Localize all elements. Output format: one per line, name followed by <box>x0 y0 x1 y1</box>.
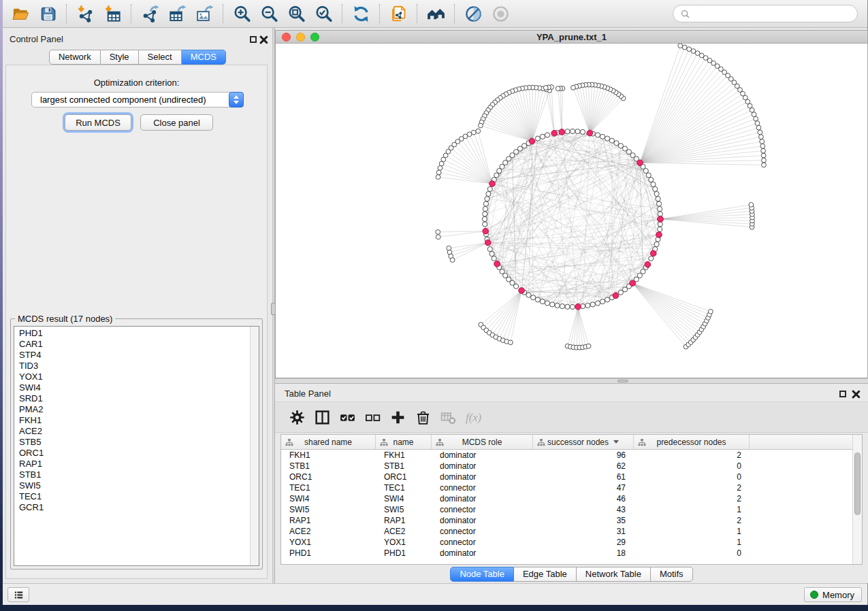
export-image-button[interactable] <box>191 1 218 26</box>
optimization-criterion-select[interactable]: largest connected component (undirected) <box>31 92 244 108</box>
mcds-result-item[interactable]: SWI5 <box>14 480 249 491</box>
cell[interactable]: 47 <box>533 482 634 493</box>
network-graph[interactable] <box>276 44 867 377</box>
mcds-result-item[interactable]: CAR1 <box>14 339 249 350</box>
save-button[interactable] <box>34 1 61 26</box>
mcds-result-item[interactable]: GCR1 <box>14 502 249 513</box>
table-row[interactable]: YOX1YOX1connector291 <box>281 537 852 548</box>
table-mode-button[interactable] <box>285 404 310 430</box>
cell[interactable]: ACE2 <box>281 526 376 537</box>
column-header-successor-nodes[interactable]: successor nodes <box>533 435 634 449</box>
cell[interactable]: SWI5 <box>376 504 432 515</box>
table-row[interactable]: PHD1PHD1dominator180 <box>281 548 852 559</box>
new-network-from-selection-button[interactable] <box>385 1 412 26</box>
cell[interactable]: ACE2 <box>376 526 432 537</box>
maximize-window-icon[interactable] <box>310 33 319 42</box>
cell[interactable]: FKH1 <box>281 450 376 461</box>
cell[interactable]: 96 <box>533 450 634 461</box>
delete-columns-button[interactable] <box>411 404 436 430</box>
mcds-result-item[interactable]: PMA2 <box>14 404 249 415</box>
cell[interactable]: 61 <box>533 472 634 482</box>
network-view[interactable] <box>275 44 868 378</box>
cell[interactable]: dominator <box>432 450 533 461</box>
cell[interactable]: FKH1 <box>376 450 432 461</box>
memory-button[interactable]: Memory <box>804 587 862 602</box>
cell[interactable]: connector <box>432 504 533 515</box>
scrollbar-thumb[interactable] <box>854 452 861 515</box>
mcds-result-item[interactable]: SWI4 <box>14 382 249 393</box>
cell[interactable]: connector <box>432 526 533 537</box>
cell[interactable]: 31 <box>533 526 634 537</box>
mcds-result-item[interactable]: TEC1 <box>14 491 249 502</box>
cell[interactable]: 35 <box>533 515 634 526</box>
mcds-result-item[interactable]: YOX1 <box>14 371 249 382</box>
tab-edge-table[interactable]: Edge Table <box>514 567 577 582</box>
cell[interactable]: 0 <box>634 472 750 482</box>
float-panel-icon[interactable] <box>839 391 846 397</box>
cell[interactable]: dominator <box>432 493 533 504</box>
search-input[interactable] <box>694 9 850 19</box>
table-scrollbar[interactable] <box>852 435 862 564</box>
cell[interactable]: 1 <box>634 526 750 537</box>
cell[interactable]: SWI4 <box>281 493 376 504</box>
minimize-window-icon[interactable] <box>296 33 305 42</box>
cell[interactable]: ORC1 <box>376 472 432 482</box>
run-mcds-button[interactable]: Run MCDS <box>65 114 131 131</box>
hide-selected-button[interactable] <box>460 1 487 26</box>
cell[interactable]: connector <box>432 482 533 493</box>
close-panel-button[interactable]: Close panel <box>140 114 213 131</box>
mcds-result-item[interactable]: ORC1 <box>14 448 249 459</box>
cell[interactable]: 18 <box>533 548 634 559</box>
mcds-result-item[interactable]: ACE2 <box>14 426 249 437</box>
cell[interactable]: dominator <box>432 515 533 526</box>
table-row[interactable]: SWI5SWI5connector431 <box>281 504 852 515</box>
open-button[interactable] <box>7 1 34 26</box>
table-row[interactable]: ACE2ACE2connector311 <box>281 526 852 537</box>
zoom-selected-button[interactable] <box>310 1 337 26</box>
refresh-button[interactable] <box>347 1 374 26</box>
column-header-predecessor-nodes[interactable]: predecessor nodes <box>634 435 750 449</box>
close-panel-icon[interactable] <box>851 390 860 399</box>
cell[interactable]: 29 <box>533 537 634 548</box>
column-header-mcds-role[interactable]: MCDS role <box>432 435 533 449</box>
cell[interactable]: 2 <box>634 515 750 526</box>
cell[interactable]: 43 <box>533 504 634 515</box>
cell[interactable]: STB1 <box>281 461 376 472</box>
import-table-button[interactable] <box>99 1 126 26</box>
first-neighbors-button[interactable] <box>422 1 449 26</box>
zoom-fit-button[interactable] <box>283 1 310 26</box>
cell[interactable]: 1 <box>634 537 750 548</box>
cell[interactable]: YOX1 <box>376 537 432 548</box>
tab-select[interactable]: Select <box>139 50 182 65</box>
close-window-icon[interactable] <box>282 33 291 42</box>
cell[interactable]: dominator <box>432 548 533 559</box>
show-columns-button[interactable] <box>310 404 335 430</box>
table-row[interactable]: FKH1FKH1dominator962 <box>281 450 852 461</box>
cell[interactable]: 0 <box>634 548 750 559</box>
export-table-button[interactable] <box>163 1 191 26</box>
cell[interactable]: 0 <box>634 461 750 472</box>
cell[interactable]: SWI4 <box>376 493 432 504</box>
search-box[interactable] <box>673 5 858 22</box>
cell[interactable]: dominator <box>432 472 533 482</box>
cell[interactable]: STB1 <box>376 461 432 472</box>
mcds-result-item[interactable]: TID3 <box>14 361 249 371</box>
network-window-titlebar[interactable]: YPA_prune.txt_1 <box>275 30 868 44</box>
cell[interactable]: 2 <box>634 482 750 493</box>
tab-network-table[interactable]: Network Table <box>577 567 651 582</box>
cell[interactable]: dominator <box>432 461 533 472</box>
cell[interactable]: TEC1 <box>281 482 376 493</box>
mcds-result-item[interactable]: RAP1 <box>14 459 249 469</box>
tab-node-table[interactable]: Node Table <box>450 567 514 582</box>
cell[interactable]: 2 <box>634 450 750 461</box>
float-panel-icon[interactable] <box>250 36 257 43</box>
mcds-result-item[interactable]: STP4 <box>14 350 249 361</box>
task-history-button[interactable] <box>7 587 29 602</box>
cell[interactable]: SWI5 <box>281 504 376 515</box>
cell[interactable]: 62 <box>533 461 634 472</box>
mcds-result-item[interactable]: FKH1 <box>14 415 249 426</box>
cell[interactable]: ORC1 <box>281 472 376 482</box>
mcds-result-item[interactable]: SRD1 <box>14 393 249 404</box>
zoom-out-button[interactable] <box>255 1 283 26</box>
tab-style[interactable]: Style <box>101 50 139 65</box>
